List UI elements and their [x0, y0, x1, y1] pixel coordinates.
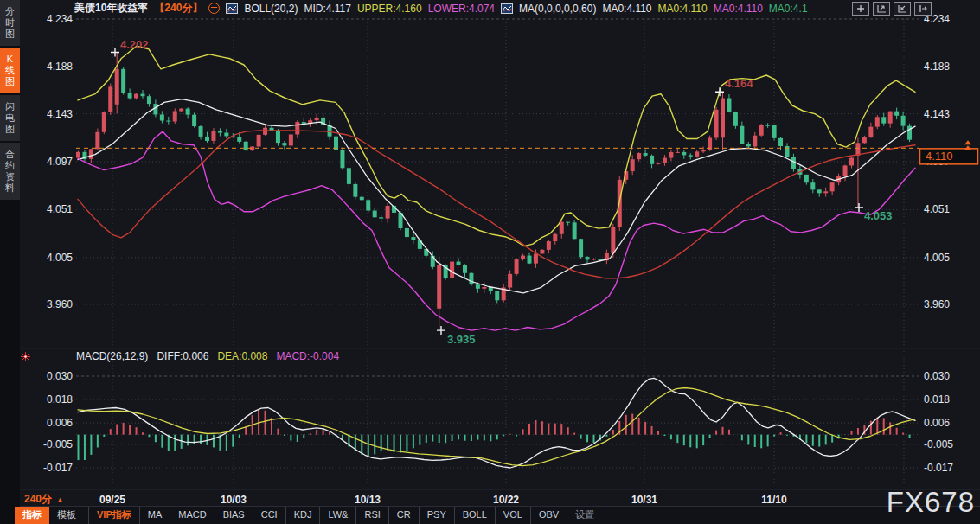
current-price-tag: 4.110: [926, 150, 953, 163]
sidebar-tab-char: 闪: [0, 101, 20, 112]
boll-indicator-icon[interactable]: [226, 3, 238, 14]
toolbar-item-3[interactable]: VIP指标: [88, 507, 139, 524]
sidebar-tab-char: 料: [0, 182, 20, 194]
period-label: 【240分】: [154, 1, 202, 16]
svg-text:4.053: 4.053: [864, 209, 893, 222]
sidebar-tab-char: 图: [0, 29, 20, 40]
scale-down-icon[interactable]: [894, 2, 911, 16]
sidebar-tab-char: 分: [0, 6, 20, 17]
macd-macd-value: MACD:-0.004: [276, 350, 339, 362]
timeframe-label: 240分: [24, 492, 52, 507]
sidebar: 分时图K线图闪电图合约资料: [0, 0, 20, 524]
ma-value-3: MA0:4.110: [714, 3, 763, 15]
svg-text:4.051: 4.051: [47, 203, 73, 215]
svg-text:-0.005: -0.005: [924, 438, 953, 451]
toolbar-item-15[interactable]: OBV: [530, 507, 567, 524]
chevron-up-icon: ▲: [56, 495, 64, 504]
ma-value-4: MA0:4.1: [769, 3, 808, 15]
collapse-icon[interactable]: [208, 3, 220, 14]
svg-text:4.143: 4.143: [924, 108, 950, 120]
sidebar-tab-char: 资: [0, 171, 20, 182]
sidebar-tab-2[interactable]: K线图: [0, 48, 20, 93]
toolbar-item-7[interactable]: CCI: [253, 507, 285, 524]
sidebar-tab-3[interactable]: 闪电图: [0, 95, 20, 141]
toolbar-item-6[interactable]: BIAS: [215, 507, 253, 524]
svg-text:4.005: 4.005: [924, 252, 950, 264]
svg-text:10/31: 10/31: [631, 494, 657, 506]
sidebar-tab-char: 线: [0, 65, 20, 76]
sidebar-tab-char: 时: [0, 17, 20, 29]
indicator-toolbar: 指标模板VIP指标MAMACDBIASCCIKDJLW&RSICRPSYBOLL…: [15, 507, 602, 524]
page-title: 美债10年收益率: [74, 1, 148, 16]
svg-text:10/13: 10/13: [355, 494, 381, 506]
toolbar-item-4[interactable]: MA: [139, 507, 170, 524]
svg-text:09/25: 09/25: [99, 494, 125, 506]
svg-text:0.030: 0.030: [924, 370, 950, 382]
toolbar-item-2[interactable]: 模板: [49, 507, 84, 524]
boll-mid-value: MID:4.117: [304, 3, 350, 15]
svg-text:10/03: 10/03: [221, 494, 247, 506]
svg-text:0.018: 0.018: [924, 393, 950, 406]
price-chart-canvas[interactable]: 4.2344.2344.1884.1884.1434.1434.0974.097…: [0, 0, 980, 524]
svg-text:4.143: 4.143: [47, 108, 73, 120]
ma-value-2: MA0:4.110: [658, 3, 708, 15]
svg-text:3.935: 3.935: [447, 333, 476, 346]
svg-text:-0.005: -0.005: [43, 438, 73, 451]
svg-text:0.006: 0.006: [924, 417, 950, 429]
ma-value-1: MA0:4.110: [602, 3, 651, 15]
svg-text:4.234: 4.234: [47, 13, 73, 25]
toolbar-item-12[interactable]: PSY: [419, 507, 454, 524]
toolbar-item-14[interactable]: VOL: [495, 507, 530, 524]
sidebar-tab-char: 约: [0, 160, 20, 171]
pan-right-icon[interactable]: [914, 2, 932, 16]
boll-lower-value: LOWER:4.074: [428, 3, 495, 15]
indicator-marker-icon: [20, 351, 31, 362]
toolbar-item-11[interactable]: CR: [388, 507, 419, 524]
crosshair-icon[interactable]: [852, 2, 869, 16]
svg-text:10/22: 10/22: [493, 494, 519, 506]
chart-tool-buttons: [852, 2, 932, 16]
sidebar-tab-1[interactable]: 分时图: [0, 0, 20, 46]
svg-text:4.051: 4.051: [924, 203, 950, 215]
svg-text:4.202: 4.202: [120, 38, 149, 51]
toolbar-item-1[interactable]: 指标: [15, 507, 49, 524]
toolbar-item-16[interactable]: 设置: [567, 507, 602, 524]
macd-label: MACD(26,12,9): [76, 350, 148, 362]
timeframe-selector[interactable]: 240分 ▲: [24, 492, 64, 507]
svg-text:0.006: 0.006: [47, 417, 73, 429]
svg-text:3.960: 3.960: [924, 298, 950, 310]
sidebar-tab-char: 合: [0, 149, 20, 160]
scale-up-icon[interactable]: [873, 2, 890, 16]
sidebar-tab-char: K: [0, 54, 20, 65]
toolbar-item-10[interactable]: RSI: [355, 507, 388, 524]
macd-header: MACD(26,12,9) DIFF:0.006 DEA:0.008 MACD:…: [76, 349, 339, 363]
svg-text:4.188: 4.188: [47, 61, 73, 73]
boll-upper-value: UPPER:4.160: [357, 3, 422, 15]
svg-text:4.005: 4.005: [47, 252, 73, 264]
svg-text:-0.017: -0.017: [43, 462, 73, 474]
watermark: FX678: [887, 486, 975, 519]
sidebar-tab-4[interactable]: 合约资料: [0, 143, 20, 200]
svg-text:4.188: 4.188: [924, 61, 950, 73]
toolbar-item-13[interactable]: BOLL: [454, 507, 495, 524]
sidebar-tab-char: 电: [0, 112, 20, 124]
toolbar-item-8[interactable]: KDJ: [285, 507, 320, 524]
svg-text:3.960: 3.960: [47, 298, 73, 310]
sidebar-tab-char: 图: [0, 124, 20, 135]
ma-label: MA(0,0,0,0,0,60): [519, 3, 596, 15]
chart-header: 美债10年收益率 【240分】 BOLL(20,2) MID:4.117 UPP…: [74, 0, 808, 16]
svg-text:4.164: 4.164: [725, 77, 753, 90]
toolbar-item-9[interactable]: LW&: [319, 507, 355, 524]
svg-text:0.018: 0.018: [47, 393, 73, 406]
macd-diff-value: DIFF:0.006: [157, 350, 208, 362]
svg-text:11/10: 11/10: [761, 494, 787, 506]
sidebar-tab-char: 图: [0, 76, 20, 87]
macd-dea-value: DEA:0.008: [217, 350, 267, 362]
trading-terminal: 4.2344.2344.1884.1884.1434.1434.0974.097…: [0, 0, 980, 524]
toolbar-item-5[interactable]: MACD: [170, 507, 214, 524]
svg-text:-0.017: -0.017: [924, 462, 953, 474]
ma-indicator-icon[interactable]: [501, 3, 513, 14]
svg-text:4.097: 4.097: [47, 156, 73, 168]
svg-text:0.030: 0.030: [47, 370, 73, 382]
boll-label: BOLL(20,2): [244, 3, 298, 15]
